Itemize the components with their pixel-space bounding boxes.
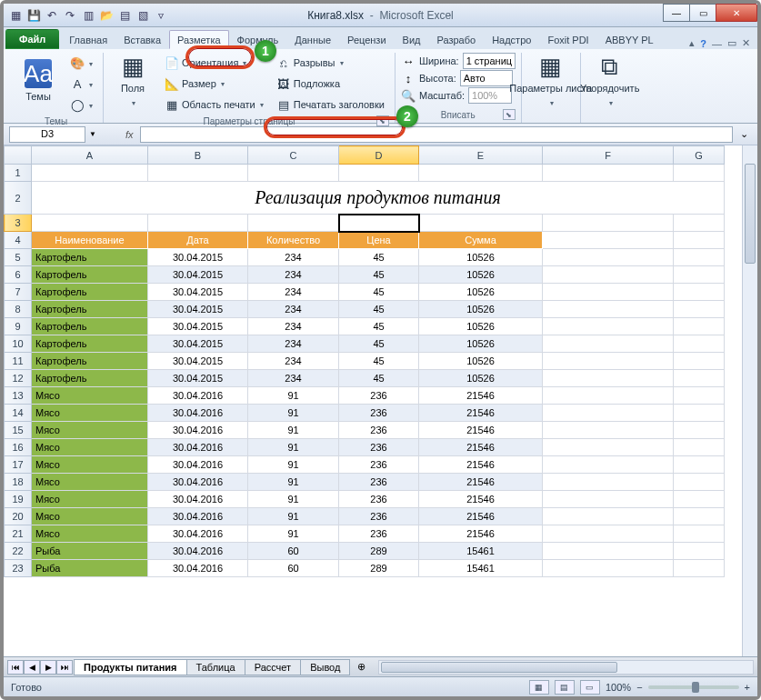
table-cell-sum[interactable]: 21546 xyxy=(419,474,543,491)
sheet-tab[interactable]: Рассчет xyxy=(245,659,302,675)
cell[interactable] xyxy=(674,508,725,525)
table-cell-qty[interactable]: 234 xyxy=(248,353,339,370)
row-header[interactable]: 17 xyxy=(5,456,32,474)
table-cell-qty[interactable]: 91 xyxy=(248,525,339,543)
zoom-out-button[interactable]: − xyxy=(636,682,642,693)
cell[interactable] xyxy=(543,232,674,249)
table-cell-sum[interactable]: 21546 xyxy=(419,439,543,456)
help-icon[interactable]: ? xyxy=(700,38,706,49)
table-cell-sum[interactable]: 10526 xyxy=(419,301,543,318)
excel-icon[interactable]: ▦ xyxy=(7,7,24,24)
table-cell-date[interactable]: 30.04.2016 xyxy=(148,543,248,560)
table-cell-qty[interactable]: 234 xyxy=(248,335,339,353)
maximize-button[interactable]: ▭ xyxy=(689,4,716,22)
table-cell-date[interactable]: 30.04.2016 xyxy=(148,474,248,491)
save-icon[interactable]: 💾 xyxy=(25,7,42,24)
table-cell-price[interactable]: 236 xyxy=(339,508,419,525)
cell[interactable] xyxy=(543,284,674,301)
table-cell-sum[interactable]: 21546 xyxy=(419,456,543,474)
row-header[interactable]: 13 xyxy=(5,387,32,405)
table-cell-name[interactable]: Рыба xyxy=(32,543,148,560)
row-header[interactable]: 1 xyxy=(5,165,32,182)
table-cell-sum[interactable]: 10526 xyxy=(419,353,543,370)
table-cell-name[interactable]: Рыба xyxy=(32,560,148,577)
cell[interactable] xyxy=(674,560,725,577)
table-cell-name[interactable]: Мясо xyxy=(32,508,148,525)
open-icon[interactable]: 📂 xyxy=(98,7,115,24)
namebox-dropdown-icon[interactable]: ▼ xyxy=(89,130,96,138)
formula-bar[interactable] xyxy=(140,126,733,143)
tab-Надстро[interactable]: Надстро xyxy=(484,30,539,49)
cell[interactable] xyxy=(674,525,725,543)
table-cell-sum[interactable]: 10526 xyxy=(419,266,543,284)
cell[interactable] xyxy=(674,491,725,508)
tab-nav-last[interactable]: ⏭ xyxy=(56,660,73,675)
table-cell-name[interactable]: Мясо xyxy=(32,456,148,474)
print-area-button[interactable]: ▦Область печати xyxy=(160,95,268,115)
cell[interactable] xyxy=(543,353,674,370)
qat-icon[interactable]: ▤ xyxy=(116,7,133,24)
print-titles-button[interactable]: ▤Печатать заголовки xyxy=(272,95,389,115)
row-header[interactable]: 9 xyxy=(5,318,32,335)
tab-Формуль[interactable]: Формуль xyxy=(229,30,287,49)
tab-nav-prev[interactable]: ◀ xyxy=(24,660,40,675)
table-cell-price[interactable]: 236 xyxy=(339,422,419,439)
orientation-button[interactable]: 📄Ориентация xyxy=(160,53,268,73)
cell[interactable] xyxy=(543,165,674,182)
table-cell-price[interactable]: 236 xyxy=(339,387,419,405)
qat-more-icon[interactable]: ▿ xyxy=(153,7,169,24)
table-cell-qty[interactable]: 91 xyxy=(248,491,339,508)
table-cell-price[interactable]: 236 xyxy=(339,439,419,456)
normal-view-button[interactable]: ▦ xyxy=(529,680,549,695)
tab-Рецензи[interactable]: Рецензи xyxy=(339,30,395,49)
page-setup-dialog-launcher[interactable]: ⬊ xyxy=(376,115,389,126)
table-cell-price[interactable]: 289 xyxy=(339,560,419,577)
table-cell-qty[interactable]: 234 xyxy=(248,318,339,335)
table-cell-name[interactable]: Картофель xyxy=(32,284,148,301)
cell[interactable] xyxy=(543,560,674,577)
cell[interactable] xyxy=(674,439,725,456)
cell[interactable] xyxy=(543,422,674,439)
table-cell-sum[interactable]: 21546 xyxy=(419,491,543,508)
cell[interactable] xyxy=(543,387,674,405)
table-cell-price[interactable]: 289 xyxy=(339,543,419,560)
table-cell-name[interactable]: Картофель xyxy=(32,370,148,387)
cell[interactable] xyxy=(543,508,674,525)
row-header[interactable]: 16 xyxy=(5,439,32,456)
tab-ABBYY PL[interactable]: ABBYY PL xyxy=(597,30,662,49)
cell[interactable] xyxy=(674,301,725,318)
zoom-in-button[interactable]: + xyxy=(745,682,750,693)
table-cell-qty[interactable]: 234 xyxy=(248,266,339,284)
cell[interactable] xyxy=(543,439,674,456)
table-cell-qty[interactable]: 60 xyxy=(248,543,339,560)
cell[interactable] xyxy=(674,165,725,182)
table-cell-qty[interactable]: 234 xyxy=(248,370,339,387)
tab-nav-next[interactable]: ▶ xyxy=(40,660,56,675)
tab-Foxit PDI[interactable]: Foxit PDI xyxy=(539,30,596,49)
theme-effects-button[interactable]: ◯ xyxy=(65,95,97,115)
table-cell-date[interactable]: 30.04.2016 xyxy=(148,456,248,474)
row-header[interactable]: 10 xyxy=(5,335,32,353)
table-cell-sum[interactable]: 10526 xyxy=(419,335,543,353)
cell[interactable] xyxy=(543,249,674,266)
scale-dialog-launcher[interactable]: ⬊ xyxy=(503,109,516,120)
row-header[interactable]: 14 xyxy=(5,405,32,422)
new-sheet-button[interactable]: ⊕ xyxy=(352,661,371,673)
table-cell-price[interactable]: 45 xyxy=(339,318,419,335)
cell[interactable] xyxy=(674,335,725,353)
breaks-button[interactable]: ⎌Разрывы xyxy=(272,53,389,73)
table-cell-date[interactable]: 30.04.2016 xyxy=(148,508,248,525)
table-cell-date[interactable]: 30.04.2015 xyxy=(148,353,248,370)
theme-fonts-button[interactable]: A xyxy=(65,74,97,94)
workbook-restore-icon[interactable]: ▭ xyxy=(727,37,736,49)
cell[interactable] xyxy=(419,215,543,232)
table-cell-qty[interactable]: 91 xyxy=(248,439,339,456)
table-header-cell[interactable]: Сумма xyxy=(419,232,543,249)
row-header[interactable]: 15 xyxy=(5,422,32,439)
table-cell-date[interactable]: 30.04.2015 xyxy=(148,335,248,353)
width-input[interactable] xyxy=(463,53,516,69)
column-header[interactable]: D xyxy=(339,146,419,165)
cell[interactable] xyxy=(543,318,674,335)
table-cell-date[interactable]: 30.04.2016 xyxy=(148,422,248,439)
table-cell-sum[interactable]: 21546 xyxy=(419,508,543,525)
